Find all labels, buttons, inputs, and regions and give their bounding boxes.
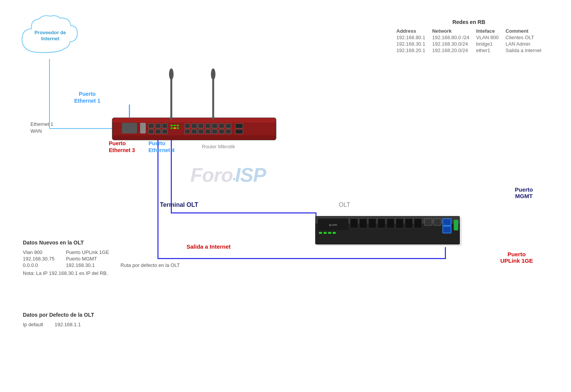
svg-rect-36 [235,129,243,134]
datos-nuevos-title: Datos Nuevos en la OLT [23,240,191,246]
svg-rect-45 [315,224,460,244]
svg-rect-18 [171,127,173,129]
ethernet1-wan-label: Ethernet 1 WAN [30,121,53,135]
ip-default-label: Ip default [23,322,43,327]
svg-text:Proveedor de: Proveedor de [34,30,66,35]
svg-rect-28 [185,129,190,134]
svg-rect-54 [368,219,376,228]
svg-rect-12 [148,129,154,134]
svg-rect-9 [148,124,154,128]
svg-rect-19 [174,127,176,129]
row1-interface: VLAN 800 [476,35,499,40]
row2-network: 192.168.30.0/24 [432,41,469,47]
svg-rect-30 [198,129,204,134]
datos-nuevos-row1: Vlan 800 Puerto UPLink 1GE [23,249,180,255]
svg-rect-22 [191,124,197,128]
svg-rect-11 [162,124,167,128]
puerto-ethernet3-label: Puerto Ethernet 3 [109,140,135,154]
svg-rect-5 [112,118,276,122]
puerto-ethernet1-label: Puerto Ethernet 1 [74,90,100,104]
svg-rect-46 [318,219,348,230]
svg-rect-43 [315,216,460,244]
svg-text:tp-link: tp-link [329,223,337,227]
svg-rect-63 [443,226,451,233]
svg-rect-50 [328,232,331,234]
svg-rect-34 [226,129,231,134]
col-comment: Comment [506,28,541,34]
row3-address: 192.168.20.1 [396,48,425,53]
svg-rect-52 [350,219,358,228]
default-route-ip: 192.168.30.1 [66,262,109,268]
svg-rect-7 [122,123,137,133]
svg-rect-29 [191,129,197,134]
ip-default-value: 192.168.1.1 [55,322,81,327]
svg-rect-48 [319,232,322,234]
svg-rect-10 [155,124,161,128]
row2-interface: bridge1 [476,41,499,47]
svg-point-40 [211,68,215,80]
svg-rect-44 [315,216,460,224]
svg-rect-56 [387,219,394,228]
svg-rect-53 [359,219,367,228]
svg-rect-16 [174,125,176,126]
datos-defecto-table: Ip default 192.168.1.1 [11,321,92,328]
svg-rect-21 [185,124,190,128]
svg-rect-14 [162,129,167,134]
svg-rect-24 [205,124,211,128]
svg-rect-31 [205,129,211,134]
datos-defecto-section: Datos por Defecto de la OLT Ip default 1… [23,312,94,328]
salida-internet-label: Salida a Internet [187,243,231,250]
row1-address: 192.168.80.1 [396,35,425,40]
default-route-desc: Ruta por defecto en la OLT [121,262,180,268]
svg-rect-59 [414,219,422,228]
vlan800-label: Vlan 800 [23,249,54,255]
ip-mgmt-label: 192.168.30.75 [23,256,54,262]
svg-rect-4 [112,118,276,140]
svg-rect-42 [317,217,462,246]
svg-rect-23 [198,124,204,128]
svg-rect-27 [226,124,231,128]
svg-rect-8 [140,123,146,133]
svg-rect-17 [177,125,179,126]
svg-rect-33 [219,129,224,134]
svg-rect-15 [171,125,173,126]
col-address: Address [396,28,425,34]
row2-comment: LAN Admin [506,41,541,47]
datos-nuevos-row2: 192.168.30.75 Puerto MGMT [23,256,180,262]
puerto-uplink-value: Puerto UPLink 1GE [66,249,109,255]
puerto-mgmt-value: Puerto MGMT [66,256,109,262]
svg-text:Internet: Internet [41,36,59,41]
svg-rect-60 [424,219,432,225]
redes-en-rb-title: Redes en RB [389,19,548,25]
puerto-ethernet4-label: Puerto Ethernet 4 [148,140,174,154]
svg-rect-62 [443,219,451,225]
svg-rect-6 [112,135,276,140]
datos-nuevos-table: Vlan 800 Puerto UPLink 1GE 192.168.30.75… [11,249,191,269]
svg-rect-32 [212,129,217,134]
svg-rect-64 [454,220,458,230]
router-mikrotik-label: Router Mikrotik [202,144,235,149]
redes-en-rb-table: Redes en RB Address Network Inteface Com… [389,19,548,54]
terminal-olt-label: Terminal OLT [160,202,198,208]
datos-nuevos-nota: Nota: La IP 192.168.30.1 es IP del RB. [23,270,191,276]
watermark: ForoISP [190,163,266,186]
row3-interface: ether1 [476,48,499,53]
col-network: Network [432,28,469,34]
row3-comment: Salida a internet [506,48,541,53]
col-interface: Inteface [476,28,499,34]
svg-rect-55 [378,219,385,228]
row2-address: 192.168.30.1 [396,41,425,47]
olt-label: OLT [339,202,350,208]
datos-nuevos-row3: 0.0.0.0 192.168.30.1 Ruta por defecto en… [23,262,180,268]
svg-rect-49 [324,232,327,234]
svg-rect-20 [177,127,179,129]
svg-rect-35 [235,124,243,128]
svg-rect-57 [396,219,404,228]
row3-network: 192.168.20.0/24 [432,48,469,53]
svg-point-38 [169,68,174,80]
datos-defecto-row1: Ip default 192.168.1.1 [23,322,81,327]
default-route-label: 0.0.0.0 [23,262,54,268]
datos-defecto-title: Datos por Defecto de la OLT [23,312,94,318]
row1-comment: Clientes OLT [506,35,541,40]
svg-rect-51 [333,232,336,234]
